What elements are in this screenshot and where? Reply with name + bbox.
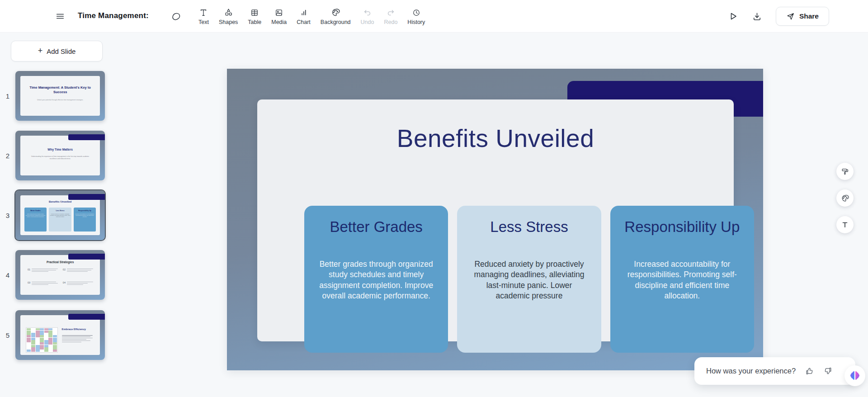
thumb-numbered-items: 01 02 03 04 (28, 268, 94, 292)
thumb-slide-surface: Benefits Unveiled Better Grades Better g… (20, 195, 100, 235)
plus-icon: + (38, 46, 43, 56)
header-right-actions: Share (727, 0, 829, 33)
add-slide-label: Add Slide (47, 47, 75, 55)
thumb-slide-surface: Embrace Efficiency (20, 315, 100, 355)
table-icon (250, 8, 259, 18)
paint-roller-icon (841, 167, 849, 176)
feedback-toast: How was your experience? (694, 357, 855, 385)
document-title[interactable]: Time Management: (78, 11, 149, 20)
slide-thumbnail-2[interactable]: Why Time Matters Understanding the impor… (15, 131, 105, 180)
card-title: Less Stress (465, 218, 593, 236)
thumb-slide-surface: Time Management: A Student's Key to Succ… (20, 76, 100, 116)
slide-thumbnail-row-3: 3 Benefits Unveiled Better Grades Better… (0, 190, 113, 240)
thumb-title: Benefits Unveiled (27, 200, 94, 203)
hamburger-menu-icon[interactable] (54, 11, 66, 22)
card-body: Reduced anxiety by proactively managing … (471, 259, 588, 301)
thumbs-up-icon[interactable] (805, 366, 814, 377)
slide-canvas[interactable]: Benefits Unveiled Better Grades Better g… (227, 69, 763, 370)
card-title: Responsibility Up (618, 218, 746, 236)
top-toolbar: Time Management: Text Shapes (0, 0, 868, 33)
text-line-placeholder (32, 281, 59, 292)
blob-icon[interactable] (170, 10, 183, 23)
color-palette-button[interactable] (836, 189, 854, 207)
thumb-slide-surface: Practical Strategies 01 02 03 (20, 255, 100, 295)
tool-background[interactable]: Background (316, 8, 356, 25)
share-label: Share (799, 12, 819, 20)
tool-redo: Redo (379, 8, 402, 25)
palette-icon (331, 8, 340, 18)
app-window: Time Management: Text Shapes (0, 0, 868, 397)
thumb-body: Unlock your potential through effective … (30, 99, 90, 101)
add-slide-button[interactable]: + Add Slide (11, 41, 103, 61)
card-body: Better grades through organized study sc… (317, 259, 435, 301)
thumb-title: Time Management: A Student's Key to Succ… (27, 85, 94, 95)
tool-undo: Undo (356, 8, 379, 25)
slide-thumbnail-row-5: 5 Embrace Efficiency (0, 310, 113, 360)
text-line-placeholder (62, 335, 94, 343)
thumb-title: Practical Strategies (27, 260, 94, 264)
tool-shapes[interactable]: Shapes (214, 8, 243, 25)
card-less-stress[interactable]: Less Stress Reduced anxiety by proactive… (457, 206, 601, 353)
brain-logo[interactable] (844, 365, 865, 386)
thumb-cards: Better Grades Better grades through orga… (24, 208, 96, 232)
card-better-grades[interactable]: Better Grades Better grades through orga… (304, 206, 448, 353)
color-palette-icon (841, 194, 849, 203)
play-icon[interactable] (727, 10, 739, 22)
shapes-icon (224, 8, 233, 18)
slide-number: 5 (0, 331, 15, 339)
tool-chart[interactable]: Chart (292, 8, 316, 25)
tool-table[interactable]: Table (243, 8, 266, 25)
thumb-accent-bar (68, 134, 105, 140)
thumb-slide-surface: Why Time Matters Understanding the impor… (20, 136, 100, 175)
text-icon (199, 8, 208, 18)
text-line-placeholder (67, 268, 94, 279)
slide-thumbnail-row-4: 4 Practical Strategies 01 02 03 (0, 250, 113, 300)
slide-thumbnail-5[interactable]: Embrace Efficiency (15, 310, 105, 360)
card-responsibility-up[interactable]: Responsibility Up Increased accountabili… (610, 206, 754, 353)
share-button[interactable]: Share (776, 7, 829, 26)
feedback-question: How was your experience? (706, 367, 796, 375)
text-style-button[interactable] (836, 216, 854, 233)
slide-number: 1 (0, 92, 15, 100)
numbered-item: 03 (28, 281, 59, 292)
mini-calendar (26, 327, 57, 353)
thumb-accent-bar (68, 314, 105, 320)
numbered-item: 02 (63, 268, 94, 279)
paint-roller-button[interactable] (836, 163, 854, 180)
thumb-title: Embrace Efficiency (62, 328, 96, 331)
benefit-cards: Better Grades Better grades through orga… (304, 206, 754, 353)
slide-content-card[interactable]: Benefits Unveiled Better Grades Better g… (257, 99, 734, 341)
undo-icon (363, 8, 372, 18)
history-icon (412, 8, 421, 18)
tool-media[interactable]: Media (266, 8, 292, 25)
toolbar-tools: Text Shapes Table Media (193, 4, 430, 29)
numbered-item: 01 (28, 268, 59, 279)
chart-icon (299, 8, 308, 18)
download-icon[interactable] (751, 10, 763, 22)
thumb-card-responsibility-up: Responsibility Up Increased accountabili… (74, 208, 96, 232)
redo-icon (386, 8, 395, 18)
text-style-icon (841, 221, 849, 229)
thumb-accent-bar (68, 254, 105, 260)
numbered-item: 04 (63, 281, 94, 292)
slide-thumbnail-row-2: 2 Why Time Matters Understanding the imp… (0, 131, 113, 180)
tool-history[interactable]: History (402, 8, 430, 25)
thumbs-down-icon[interactable] (823, 366, 833, 377)
slide-number: 4 (0, 271, 15, 279)
text-line-placeholder (67, 281, 94, 292)
slide-number: 3 (0, 212, 15, 219)
text-line-placeholder (32, 268, 59, 279)
thumb-card-less-stress: Less Stress Reduced anxiety by proactive… (49, 208, 71, 232)
slide-number: 2 (0, 152, 15, 160)
tool-text[interactable]: Text (193, 8, 214, 25)
slide-thumbnail-3-selected[interactable]: Benefits Unveiled Better Grades Better g… (15, 190, 105, 240)
send-icon (786, 12, 795, 21)
media-icon (274, 8, 283, 18)
thumb-accent-bar (68, 194, 105, 200)
slide-thumbnail-row-1: 1 Time Management: A Student's Key to Su… (0, 71, 113, 121)
card-body: Increased accountability for responsibil… (623, 259, 741, 301)
slide-thumbnail-1[interactable]: Time Management: A Student's Key to Succ… (15, 71, 105, 121)
slide-title[interactable]: Benefits Unveiled (257, 124, 734, 153)
card-title: Better Grades (312, 218, 440, 236)
slide-thumbnail-4[interactable]: Practical Strategies 01 02 03 (15, 250, 105, 300)
